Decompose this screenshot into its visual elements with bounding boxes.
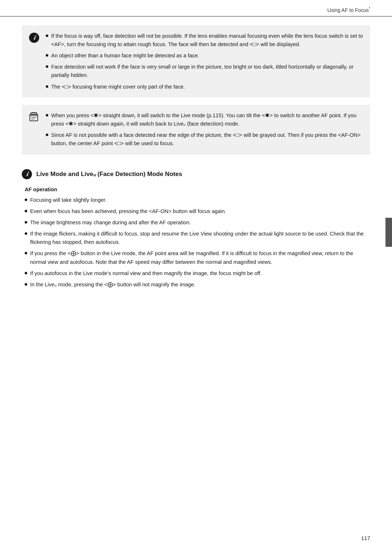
list-item: An object other than a human face might … <box>46 52 363 60</box>
section-heading-icon: 𝑖 <box>22 169 32 179</box>
svg-rect-3 <box>34 112 36 113</box>
bullet-dot <box>25 272 27 274</box>
list-item: Face detection will not work if the face… <box>46 63 363 79</box>
bullet-text: Even when focus has been achieved, press… <box>30 207 370 216</box>
section-content: AF operation Focusing will take slightly… <box>22 187 370 289</box>
note-icon <box>29 112 38 122</box>
header-title: Using AF to Focus* <box>327 7 370 13</box>
sub-section-title: AF operation <box>25 187 370 192</box>
list-item: In the Liveᵤ mode, pressing the <⨁> butt… <box>25 281 370 289</box>
list-item: The image brightness may change during a… <box>25 218 370 227</box>
bullet-text: Since AF is not possible with a face det… <box>51 131 363 148</box>
caution-icon-col: 𝑖 <box>29 32 41 91</box>
list-item: The <□> focusing frame might cover only … <box>46 83 363 91</box>
header-asterisk: * <box>369 7 370 11</box>
list-item: Focusing will take slightly longer. <box>25 196 370 204</box>
bullet-dot <box>25 232 27 235</box>
list-item: Even when focus has been achieved, press… <box>25 207 370 216</box>
section-heading-text: Live Mode and Liveᵤ (Face Detection) Mod… <box>36 170 182 179</box>
note-box: When you press <✱> straight down, it wil… <box>22 105 370 155</box>
caution-icon: 𝑖 <box>29 33 39 43</box>
section-heading: 𝑖 Live Mode and Liveᵤ (Face Detection) M… <box>22 169 370 179</box>
note-bullet-list: When you press <✱> straight down, it wil… <box>46 111 363 148</box>
bullet-text: When you press <✱> straight down, it wil… <box>51 111 363 128</box>
right-side-tab <box>385 218 392 247</box>
bullet-dot <box>46 54 48 57</box>
bullet-text: An object other than a human face might … <box>51 52 363 60</box>
bullet-text: If the image flickers, making it difficu… <box>30 230 370 246</box>
bullet-dot <box>25 210 27 212</box>
page-header: Using AF to Focus* <box>0 0 392 17</box>
bullet-dot <box>25 221 27 224</box>
bullet-text: If the focus is way off, face detection … <box>51 32 363 49</box>
bullet-dot <box>46 65 48 68</box>
list-item: When you press <✱> straight down, it wil… <box>46 111 363 128</box>
list-item: If you autofocus in the Live mode’s norm… <box>25 269 370 278</box>
list-item: If the focus is way off, face detection … <box>46 32 363 49</box>
bullet-dot <box>25 283 27 286</box>
list-item: If you press the <⨁> button in the Live … <box>25 249 370 266</box>
bullet-dot <box>46 34 48 37</box>
bullet-text: If you press the <⨁> button in the Live … <box>30 249 370 266</box>
bullet-text: The image brightness may change during a… <box>30 218 370 227</box>
caution-bullet-list: If the focus is way off, face detection … <box>46 32 363 91</box>
bullet-dot <box>46 134 48 136</box>
note-icon-col <box>29 111 41 148</box>
bullet-dot <box>46 85 48 88</box>
bullet-text: Focusing will take slightly longer. <box>30 196 370 204</box>
svg-rect-2 <box>32 112 33 113</box>
bullet-dot <box>25 252 27 254</box>
bullet-text: Face detection will not work if the face… <box>51 63 363 79</box>
list-item: Since AF is not possible with a face det… <box>46 131 363 148</box>
header-title-text: Using AF to Focus <box>327 7 369 13</box>
bullet-dot <box>25 199 27 201</box>
list-item: If the image flickers, making it difficu… <box>25 230 370 246</box>
section-bullet-list: Focusing will take slightly longer. Even… <box>25 196 370 289</box>
svg-rect-1 <box>31 113 37 115</box>
main-content: 𝑖 If the focus is way off, face detectio… <box>0 25 392 311</box>
bullet-text: If you autofocus in the Live mode’s norm… <box>30 269 370 278</box>
page-number: 117 <box>361 535 370 541</box>
camera-note-icon-svg <box>29 112 38 122</box>
bullet-dot <box>46 114 48 116</box>
caution-box: 𝑖 If the focus is way off, face detectio… <box>22 25 370 98</box>
bullet-text: In the Liveᵤ mode, pressing the <⨁> butt… <box>30 281 370 289</box>
bullet-text: The <□> focusing frame might cover only … <box>51 83 363 91</box>
